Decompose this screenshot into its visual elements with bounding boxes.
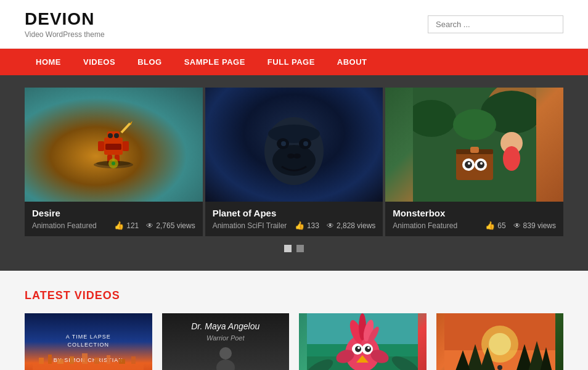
- video-thumb-timelapse: A TIME LAPSECOLLECTIONby Simon Christian: [25, 313, 152, 370]
- slide-meta-desire: Animation Featured 👍 121 👁 2,765 views: [32, 221, 195, 230]
- slide-info-desire: Desire Animation Featured 👍 121 👁 2,765 …: [25, 202, 203, 236]
- svg-rect-42: [48, 355, 52, 364]
- likes-apes: 👍 133: [295, 221, 319, 230]
- slide-monster[interactable]: Monsterbox Animation Featured 👍 65 👁 839…: [385, 88, 563, 236]
- likes-monster: 👍 65: [485, 221, 505, 230]
- maya-text: Dr. Maya Angelou Warrior Poet: [191, 321, 259, 343]
- svg-rect-48: [119, 359, 125, 364]
- slide-tags-desire: Animation Featured: [32, 221, 97, 230]
- video-card-bird[interactable]: [299, 313, 427, 370]
- slide-desire[interactable]: Desire Animation Featured 👍 121 👁 2,765 …: [25, 88, 203, 236]
- svg-point-38: [468, 162, 470, 165]
- svg-point-28: [453, 109, 496, 140]
- svg-point-3: [114, 133, 119, 138]
- bird-svg: [307, 313, 418, 370]
- nav-full-page[interactable]: FULL PAGE: [256, 49, 326, 75]
- svg-rect-44: [70, 356, 74, 364]
- svg-point-64: [357, 347, 360, 349]
- svg-rect-40: [33, 364, 144, 370]
- slide-info-monster: Monsterbox Animation Featured 👍 65 👁 839…: [385, 202, 563, 236]
- svg-rect-43: [57, 359, 63, 364]
- svg-rect-49: [131, 356, 136, 364]
- slide-stats-monster: 👍 65 👁 839 views: [485, 221, 556, 230]
- svg-rect-47: [107, 355, 110, 364]
- svg-point-36: [465, 161, 472, 168]
- svg-point-14: [112, 162, 115, 165]
- slide-tags-apes: Animation SciFI Trailer: [213, 221, 287, 230]
- slide-title-apes: Planet of Apes: [213, 208, 376, 218]
- main-nav: HOME VIDEOS BLOG SAMPLE PAGE FULL PAGE A…: [0, 49, 588, 75]
- nav-blog[interactable]: BLOG: [126, 49, 173, 75]
- slider-dot-2[interactable]: [296, 245, 304, 252]
- views-monster: 👁 839 views: [513, 221, 556, 230]
- svg-rect-41: [39, 358, 44, 364]
- slider-grid: Desire Animation Featured 👍 121 👁 2,765 …: [25, 88, 563, 236]
- slide-title-monster: Monsterbox: [393, 208, 556, 218]
- svg-point-20: [281, 141, 286, 146]
- person-silhouette: [207, 346, 244, 370]
- slider-dots: [25, 245, 563, 252]
- svg-point-82: [497, 365, 502, 370]
- svg-point-51: [216, 360, 235, 370]
- video-card-forest[interactable]: [436, 313, 564, 370]
- cityline-svg: [33, 352, 144, 370]
- svg-rect-45: [82, 353, 88, 364]
- slide-title-desire: Desire: [32, 208, 195, 218]
- svg-rect-46: [94, 358, 99, 364]
- svg-point-33: [503, 146, 520, 171]
- slider-dot-1[interactable]: [284, 245, 292, 252]
- slide-stats-desire: 👍 121 👁 2,765 views: [114, 221, 195, 230]
- svg-point-17: [268, 125, 320, 143]
- nav-sample-page[interactable]: SAMPLE PAGE: [173, 49, 256, 75]
- eye-icon-2: 👁: [327, 221, 334, 230]
- slide-meta-monster: Animation Featured 👍 65 👁 839 views: [393, 221, 556, 230]
- svg-point-37: [477, 161, 484, 168]
- nav-home[interactable]: HOME: [25, 49, 72, 75]
- monster-scene-svg: [413, 88, 536, 202]
- views-apes: 👁 2,828 views: [327, 221, 375, 230]
- ape-face-svg: [257, 102, 331, 188]
- svg-point-2: [108, 133, 113, 138]
- svg-point-74: [489, 333, 511, 355]
- latest-videos-title: LATEST VIDEOS: [25, 289, 563, 302]
- forest-svg: [444, 313, 555, 370]
- slide-stats-apes: 👍 133 👁 2,828 views: [295, 221, 375, 230]
- svg-point-21: [303, 141, 308, 146]
- svg-point-50: [219, 347, 232, 360]
- views-desire: 👁 2,765 views: [146, 221, 195, 230]
- svg-point-39: [480, 162, 483, 165]
- video-thumb-maya: Dr. Maya Angelou Warrior Poet: [162, 313, 290, 370]
- logo-title: DEVION: [25, 9, 105, 29]
- thumbup-icon-3: 👍: [485, 221, 495, 230]
- svg-rect-4: [98, 141, 104, 151]
- nav-videos[interactable]: VIDEOS: [72, 49, 126, 75]
- slide-meta-apes: Animation SciFI Trailer 👍 133 👁 2,828 vi…: [213, 221, 376, 230]
- svg-rect-5: [123, 141, 129, 151]
- eye-icon: 👁: [146, 221, 153, 230]
- header: DEVION Video WordPress theme: [0, 0, 588, 49]
- slide-info-apes: Planet of Apes Animation SciFI Trailer 👍…: [205, 202, 383, 236]
- search-input[interactable]: [428, 15, 563, 33]
- thumbup-icon-2: 👍: [295, 221, 304, 230]
- likes-desire: 👍 121: [114, 221, 139, 230]
- nav-about[interactable]: ABOUT: [326, 49, 378, 75]
- svg-point-23: [293, 154, 301, 158]
- thumbup-icon: 👍: [114, 221, 124, 230]
- latest-videos-section: LATEST VIDEOS A TIME LAPSECOLLECTIONby S…: [0, 271, 588, 370]
- svg-rect-31: [470, 147, 479, 153]
- video-thumb-forest: [436, 313, 564, 370]
- slide-apes[interactable]: Planet of Apes Animation SciFI Trailer 👍…: [205, 88, 383, 236]
- logo-block: DEVION Video WordPress theme: [25, 9, 105, 39]
- hero-slider: Desire Animation Featured 👍 121 👁 2,765 …: [0, 75, 588, 271]
- svg-line-9: [121, 123, 130, 133]
- svg-rect-8: [105, 144, 121, 150]
- slide-tags-monster: Animation Featured: [393, 221, 457, 230]
- eye-icon-3: 👁: [513, 221, 521, 230]
- video-card-timelapse[interactable]: A TIME LAPSECOLLECTIONby Simon Christian: [25, 313, 152, 370]
- logo-subtitle: Video WordPress theme: [25, 30, 105, 39]
- videos-grid: A TIME LAPSECOLLECTIONby Simon Christian: [25, 313, 563, 370]
- video-card-maya[interactable]: Dr. Maya Angelou Warrior Poet: [162, 313, 290, 370]
- svg-point-65: [367, 347, 370, 349]
- video-thumb-bird: [299, 313, 427, 370]
- robot-icon: [92, 120, 135, 170]
